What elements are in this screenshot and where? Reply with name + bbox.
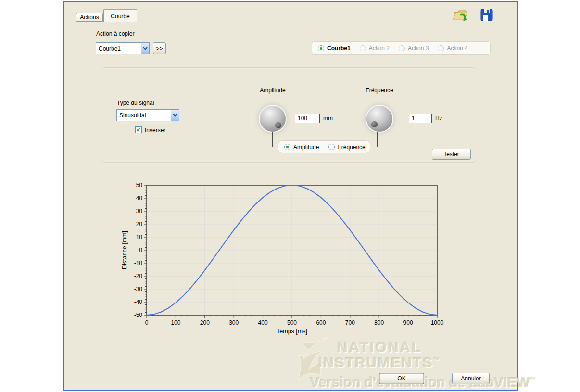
radio-icon (360, 45, 366, 51)
cancel-button-label: Annuler (461, 375, 480, 382)
frequency-unit-label: Hz (435, 115, 442, 122)
svg-text:100: 100 (171, 319, 180, 326)
radio-courbe1[interactable]: Courbe1 (318, 45, 351, 51)
radio-mode-amplitude-label: Amplitude (293, 144, 319, 151)
svg-text:600: 600 (316, 319, 326, 326)
svg-text:-30: -30 (134, 286, 143, 292)
signal-chart: 01002003004005006007008009001000-50-40-3… (120, 181, 447, 336)
svg-text:10: 10 (136, 234, 143, 240)
frequency-knob[interactable] (366, 106, 392, 132)
frequency-label: Fréquence (347, 87, 412, 94)
invert-checkbox-label: Inverser (145, 127, 165, 134)
svg-text:0: 0 (139, 247, 142, 253)
svg-text:700: 700 (345, 319, 355, 326)
radio-mode-frequence[interactable]: Fréquence (328, 144, 365, 151)
radio-mode-frequence-label: Fréquence (338, 144, 365, 151)
invert-checkbox[interactable] (135, 126, 142, 133)
svg-text:Temps [ms]: Temps [ms] (277, 328, 307, 335)
amplitude-knob[interactable] (260, 106, 286, 132)
radio-action-2-label: Action 2 (369, 45, 390, 51)
radio-icon (318, 45, 324, 51)
tester-button[interactable]: Tester (432, 149, 471, 160)
radio-icon (399, 45, 405, 51)
radio-action-2[interactable]: Action 2 (360, 45, 390, 51)
svg-text:400: 400 (258, 319, 268, 326)
tab-actions-label: Actions (80, 14, 99, 21)
chevron-down-icon[interactable] (141, 43, 149, 54)
ok-button[interactable]: OK (379, 373, 424, 384)
svg-text:1000: 1000 (431, 319, 444, 326)
signal-type-combobox[interactable]: Sinusoidal (116, 109, 179, 121)
copy-action-button-label: >> (156, 45, 163, 52)
svg-text:50: 50 (136, 182, 143, 189)
svg-text:200: 200 (200, 319, 210, 326)
knob-indicator-dot (275, 122, 281, 128)
svg-text:20: 20 (136, 221, 143, 228)
tester-button-label: Tester (443, 151, 459, 158)
knob-indicator-dot (371, 121, 378, 127)
connector-line (370, 147, 377, 147)
svg-text:500: 500 (287, 319, 297, 326)
connector-line (272, 147, 278, 147)
radio-courbe1-label: Courbe1 (327, 45, 351, 51)
radio-mode-amplitude[interactable]: Amplitude (284, 144, 319, 151)
save-icon[interactable] (479, 8, 494, 22)
svg-text:-50: -50 (134, 312, 143, 318)
tab-courbe[interactable]: Courbe (103, 9, 137, 22)
radio-action-4-label: Action 4 (447, 45, 467, 51)
svg-text:300: 300 (229, 319, 239, 326)
radio-icon (328, 144, 335, 150)
radio-icon (284, 144, 290, 150)
radio-action-3-label: Action 3 (408, 45, 429, 51)
tab-actions[interactable]: Actions (76, 13, 103, 22)
radio-action-3[interactable]: Action 3 (399, 45, 429, 51)
svg-text:800: 800 (374, 319, 384, 326)
svg-text:-20: -20 (134, 273, 143, 279)
svg-text:30: 30 (136, 208, 143, 215)
chevron-down-icon[interactable] (171, 110, 179, 121)
signal-type-value: Sinusoidal (117, 112, 171, 119)
action-radio-group: Courbe1 Action 2 Action 3 Action 4 (312, 41, 491, 55)
ok-button-label: OK (397, 375, 405, 382)
amplitude-value: 100 (298, 115, 307, 122)
copy-action-button[interactable]: >> (153, 42, 166, 54)
svg-text:900: 900 (403, 319, 413, 326)
action-copy-combobox[interactable]: Courbe1 (96, 42, 150, 54)
svg-text:-10: -10 (134, 260, 143, 266)
radio-action-4[interactable]: Action 4 (438, 45, 467, 51)
svg-text:0: 0 (145, 319, 149, 326)
tab-courbe-label: Courbe (111, 13, 129, 20)
frequency-value: 1 (412, 115, 415, 122)
connector-line (377, 132, 378, 147)
knob-mode-radio-group: Amplitude Fréquence (278, 140, 370, 153)
open-folder-icon[interactable] (453, 8, 469, 22)
screen: Actions Courbe Action à copier Courbe1 >… (0, 0, 580, 392)
amplitude-unit-label: mm (323, 115, 333, 122)
svg-text:Distance [mm]: Distance [mm] (121, 231, 128, 269)
frequency-value-field[interactable]: 1 (409, 114, 432, 123)
action-copy-label: Action à copier (96, 30, 134, 37)
cancel-button[interactable]: Annuler (452, 373, 490, 384)
svg-text:40: 40 (136, 195, 143, 202)
svg-text:-40: -40 (134, 299, 143, 305)
amplitude-label: Amplitude (240, 87, 305, 94)
amplitude-value-field[interactable]: 100 (295, 114, 320, 123)
signal-type-label: Type du signal (117, 100, 154, 106)
radio-icon (438, 45, 444, 51)
connector-line (272, 132, 273, 147)
action-copy-value: Courbe1 (96, 45, 141, 52)
